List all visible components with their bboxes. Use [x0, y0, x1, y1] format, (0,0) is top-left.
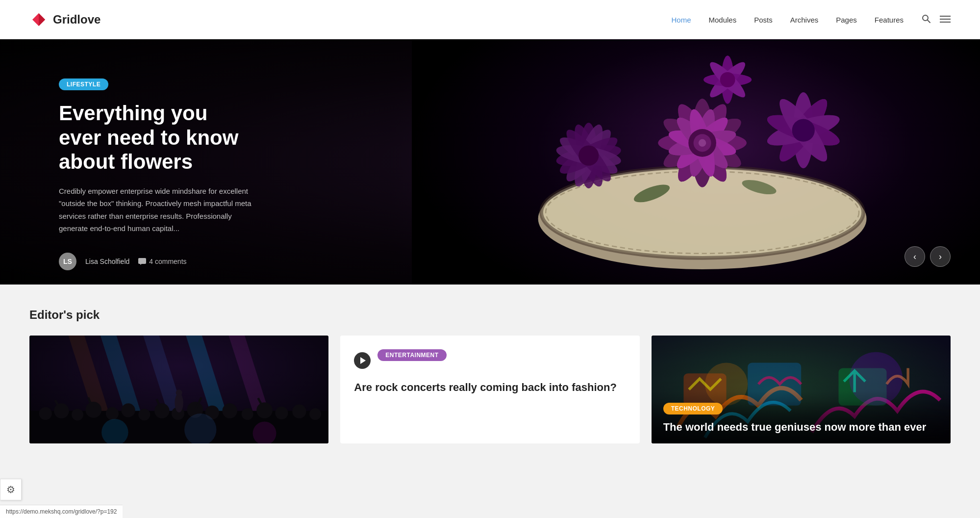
card-3-badge[interactable]: TECHNOLOGY — [663, 403, 723, 414]
svg-point-66 — [720, 72, 735, 87]
hero-title: Everything you ever need to know about f… — [59, 101, 255, 174]
svg-line-1 — [928, 20, 930, 23]
card-3-overlay: TECHNOLOGY The world needs true geniuses… — [652, 391, 951, 444]
card-3-title: The world needs true geniuses now more t… — [663, 420, 939, 434]
flower-bowl-svg — [412, 39, 980, 285]
author-avatar: LS — [59, 253, 76, 270]
comments-count: 4 comments — [138, 258, 186, 265]
editors-pick-title: Editor's pick — [29, 308, 951, 322]
hero-slider: LIFESTYLE Everything you ever need to kn… — [0, 39, 980, 285]
svg-point-90 — [242, 408, 253, 420]
card-1-concert[interactable] — [29, 336, 328, 443]
hero-category-badge[interactable]: LIFESTYLE — [59, 78, 108, 90]
cards-grid: ENTERTAINMENT Are rock concerts really c… — [29, 336, 951, 443]
logo-text: Gridlove — [53, 13, 101, 26]
svg-point-84 — [138, 409, 150, 420]
editors-pick-section: Editor's pick — [0, 285, 980, 458]
card-2-badge[interactable]: ENTERTAINMENT — [377, 349, 446, 361]
hero-navigation: ‹ › — [905, 246, 951, 267]
site-logo[interactable]: Gridlove — [29, 10, 101, 29]
author-name[interactable]: Lisa Scholfield — [85, 258, 129, 265]
svg-point-80 — [72, 409, 83, 420]
svg-point-36 — [698, 139, 705, 147]
concert-svg — [29, 336, 328, 443]
card-2-header: ENTERTAINMENT — [354, 349, 626, 372]
search-button[interactable] — [921, 14, 931, 26]
svg-point-94 — [309, 408, 321, 420]
svg-point-46 — [578, 146, 599, 166]
nav-item-modules[interactable]: Modules — [709, 16, 737, 24]
svg-point-103 — [175, 393, 183, 413]
hero-next-button[interactable]: › — [930, 246, 951, 267]
hero-image — [412, 39, 980, 285]
svg-point-83 — [121, 403, 135, 417]
hero-meta: LS Lisa Scholfield 4 comments — [59, 253, 255, 270]
svg-point-89 — [222, 403, 237, 418]
comment-icon — [138, 258, 146, 265]
svg-point-104 — [176, 389, 182, 396]
main-nav: Home Modules Posts Archives Pages Featur… — [671, 14, 951, 26]
hero-prev-button[interactable]: ‹ — [905, 246, 925, 267]
card-2-entertainment[interactable]: ENTERTAINMENT Are rock concerts really c… — [340, 336, 639, 443]
svg-point-93 — [292, 405, 306, 418]
card-1-image — [29, 336, 328, 443]
hamburger-icon — [940, 15, 951, 23]
hero-excerpt: Credibly empower enterprise wide mindsha… — [59, 185, 255, 235]
logo-icon — [29, 10, 48, 29]
nav-item-features[interactable]: Features — [875, 16, 904, 24]
svg-point-57 — [792, 119, 814, 141]
site-header: Gridlove Home Modules Posts Archives Pag… — [0, 0, 980, 39]
play-icon — [360, 357, 366, 364]
play-button[interactable] — [354, 352, 371, 369]
svg-point-92 — [275, 407, 288, 419]
nav-item-home[interactable]: Home — [671, 16, 691, 24]
nav-item-pages[interactable]: Pages — [836, 16, 857, 24]
card-2-title: Are rock concerts really coming back int… — [354, 381, 626, 394]
nav-icons — [921, 14, 951, 26]
search-icon — [921, 14, 931, 24]
menu-button[interactable] — [940, 14, 951, 26]
nav-item-archives[interactable]: Archives — [790, 16, 819, 24]
nav-item-posts[interactable]: Posts — [754, 16, 773, 24]
svg-point-91 — [256, 402, 273, 418]
card-3-technology[interactable]: TECHNOLOGY The world needs true geniuses… — [652, 336, 951, 443]
hero-content: LIFESTYLE Everything you ever need to kn… — [0, 39, 314, 285]
svg-point-82 — [106, 407, 119, 420]
svg-point-78 — [39, 407, 52, 420]
